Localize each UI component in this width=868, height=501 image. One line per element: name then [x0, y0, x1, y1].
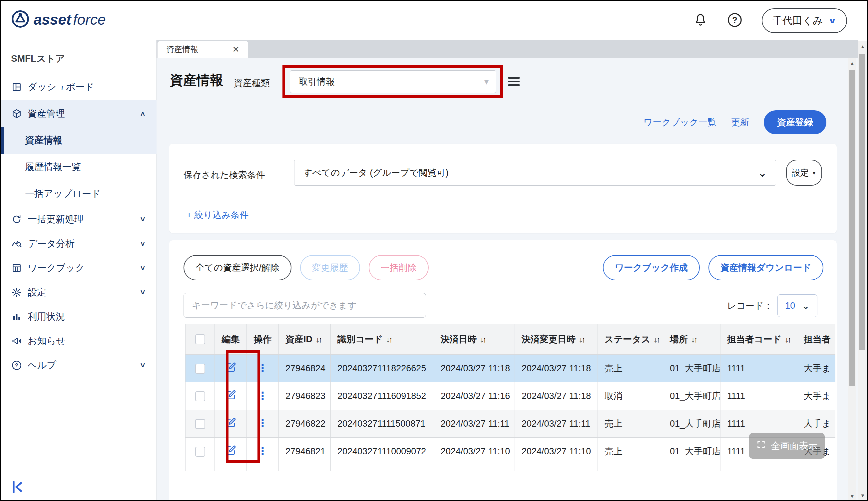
- cell-code: 202403271110009072: [331, 438, 434, 465]
- sidebar: SMFLストア ダッシュボード資産管理∧資産情報履歴情報一覧一括アップロード一括…: [1, 40, 156, 501]
- column-header-資産ID[interactable]: 資産ID↓↑: [279, 324, 331, 355]
- sidebar-item-ヘルプ[interactable]: ?ヘルプ∨: [1, 353, 156, 377]
- sidebar-item-一括更新処理[interactable]: 一括更新処理∨: [1, 207, 156, 231]
- change-history-button[interactable]: 変更履歴: [300, 255, 360, 280]
- bulk-delete-button[interactable]: 一括削除: [369, 255, 429, 280]
- cell-staff-code: 1111: [721, 382, 797, 410]
- scroll-up-icon[interactable]: ▲: [848, 60, 856, 66]
- row-checkbox[interactable]: [195, 447, 205, 457]
- cell-staff-code: 1111: [721, 355, 797, 382]
- sort-icon[interactable]: ↓↑: [691, 335, 697, 344]
- workbook-list-link[interactable]: ワークブック一覧: [644, 116, 716, 128]
- sidebar-item-label: 一括アップロード: [25, 187, 101, 200]
- filter-conditions-link[interactable]: + 絞り込み条件: [187, 209, 249, 221]
- asset-type-select[interactable]: 取引情報 ▾: [290, 70, 496, 93]
- close-icon[interactable]: ✕: [232, 44, 240, 55]
- edit-icon[interactable]: [226, 417, 236, 428]
- cell-asset-id: 27946824: [279, 355, 331, 382]
- store-name: SMFLストア: [11, 52, 65, 65]
- sort-icon[interactable]: ↓↑: [579, 335, 584, 344]
- refresh-link[interactable]: 更新: [731, 116, 749, 128]
- sidebar-item-label: 資産情報: [25, 134, 62, 147]
- scroll-down-icon[interactable]: ▼: [858, 493, 867, 498]
- notification-bell-icon[interactable]: [693, 12, 708, 29]
- sidebar-collapse-icon[interactable]: [10, 480, 26, 494]
- sidebar-item-設定[interactable]: 設定∨: [1, 280, 156, 304]
- window-scrollbar-thumb[interactable]: [859, 54, 865, 350]
- keyword-filter-input[interactable]: [184, 293, 426, 318]
- sidebar-item-お知らせ[interactable]: お知らせ: [1, 329, 156, 353]
- edit-icon[interactable]: [226, 390, 236, 400]
- edit-icon[interactable]: [226, 362, 236, 373]
- help-icon[interactable]: ?: [727, 12, 743, 29]
- select-all-assets-button[interactable]: 全ての資産選択/解除: [184, 255, 292, 280]
- sidebar-item-label: ワークブック: [28, 262, 85, 274]
- sidebar-item-資産管理[interactable]: 資産管理∧: [1, 100, 156, 127]
- svg-text:?: ?: [733, 15, 737, 25]
- asset-table-card: 全ての資産選択/解除 変更履歴 一括削除 ワークブック作成 資産情報ダウンロード…: [169, 240, 837, 501]
- edit-icon[interactable]: [226, 445, 236, 456]
- column-header-操作: 操作: [247, 324, 279, 355]
- scroll-down-icon[interactable]: ▼: [848, 493, 856, 499]
- kebab-menu-icon[interactable]: ⋮: [257, 445, 268, 457]
- chevron-down-icon: ∨: [140, 288, 146, 296]
- fullscreen-label: 全画面表示: [771, 440, 818, 452]
- cell-staff: 大手ま: [797, 355, 836, 382]
- content-scrollbar-thumb[interactable]: [849, 70, 855, 386]
- download-asset-info-button[interactable]: 資産情報ダウンロード: [708, 255, 823, 280]
- column-header-担当者: 担当者: [797, 324, 836, 355]
- column-header-担当者コード[interactable]: 担当者コード↓↑: [721, 324, 797, 355]
- create-workbook-button[interactable]: ワークブック作成: [603, 255, 700, 280]
- select-all-checkbox[interactable]: [195, 334, 205, 344]
- window-scrollbar[interactable]: ▲ ▼: [858, 41, 867, 501]
- page-title: 資産情報: [170, 71, 223, 89]
- sidebar-item-履歴情報一覧[interactable]: 履歴情報一覧: [1, 154, 156, 180]
- sort-icon[interactable]: ↓↑: [654, 335, 659, 344]
- sidebar-item-label: お知らせ: [28, 335, 66, 347]
- sidebar-item-ワークブック[interactable]: ワークブック∨: [1, 256, 156, 280]
- sidebar-item-ダッシュボード[interactable]: ダッシュボード: [1, 74, 156, 100]
- record-count-value: 10: [785, 301, 795, 311]
- kebab-menu-icon[interactable]: ⋮: [257, 390, 268, 402]
- sidebar-item-資産情報[interactable]: 資産情報: [1, 127, 156, 154]
- main-content: 資産情報 資産種類 取引情報 ▾ ワークブック一覧 更新 資産登録 保存された検…: [156, 58, 858, 501]
- sidebar-item-データ分析[interactable]: データ分析∨: [1, 231, 156, 256]
- table-header-row: 編集操作資産ID↓↑識別コード↓↑決済日時↓↑決済変更日時↓↑ステータス↓↑場所…: [186, 324, 836, 355]
- chevron-down-icon: ∨: [140, 264, 146, 272]
- refresh-icon: [11, 214, 22, 225]
- row-checkbox[interactable]: [195, 364, 205, 374]
- fullscreen-button[interactable]: 全画面表示: [749, 433, 825, 459]
- sort-icon[interactable]: ↓↑: [386, 335, 392, 344]
- column-header-識別コード[interactable]: 識別コード↓↑: [331, 324, 434, 355]
- caret-down-icon: ▼: [812, 170, 817, 176]
- kebab-menu-icon[interactable]: ⋮: [257, 417, 268, 429]
- row-checkbox[interactable]: [195, 419, 205, 429]
- saved-search-select[interactable]: すべてのデータ (グループで閲覧可) ⌄: [294, 160, 776, 186]
- sort-icon[interactable]: ↓↑: [316, 335, 321, 344]
- brand-name: assetforce: [34, 11, 106, 28]
- sidebar-item-一括アップロード[interactable]: 一括アップロード: [1, 180, 156, 207]
- column-header-場所[interactable]: 場所↓↑: [663, 324, 721, 355]
- settings-button[interactable]: 設定 ▼: [786, 160, 822, 186]
- column-header-ステータス[interactable]: ステータス↓↑: [598, 324, 663, 355]
- sort-icon[interactable]: ↓↑: [480, 335, 486, 344]
- cell-place: 01_大手町店: [663, 382, 721, 410]
- help-icon: ?: [11, 360, 22, 371]
- sidebar-item-label: 利用状況: [28, 310, 65, 323]
- hamburger-menu-icon[interactable]: [508, 75, 520, 87]
- scroll-up-icon[interactable]: ▲: [858, 44, 867, 49]
- sidebar-item-利用状況[interactable]: 利用状況: [1, 304, 156, 329]
- chevron-down-icon: ∨: [140, 361, 146, 369]
- cell-asset-id: 27946821: [279, 438, 331, 465]
- tab-asset-info[interactable]: 資産情報 ✕: [157, 41, 248, 58]
- row-checkbox[interactable]: [195, 391, 205, 401]
- column-header-決済変更日時[interactable]: 決済変更日時↓↑: [515, 324, 598, 355]
- kebab-menu-icon[interactable]: ⋮: [257, 362, 268, 374]
- column-header-決済日時[interactable]: 決済日時↓↑: [434, 324, 515, 355]
- sort-icon[interactable]: ↓↑: [785, 335, 790, 344]
- divider: [183, 200, 823, 200]
- content-scrollbar[interactable]: ▲ ▼: [848, 58, 856, 501]
- record-count-select[interactable]: 10 ⌄: [777, 294, 817, 317]
- asset-register-button[interactable]: 資産登録: [764, 110, 826, 134]
- user-menu-button[interactable]: 千代田くみ ∨: [762, 8, 847, 33]
